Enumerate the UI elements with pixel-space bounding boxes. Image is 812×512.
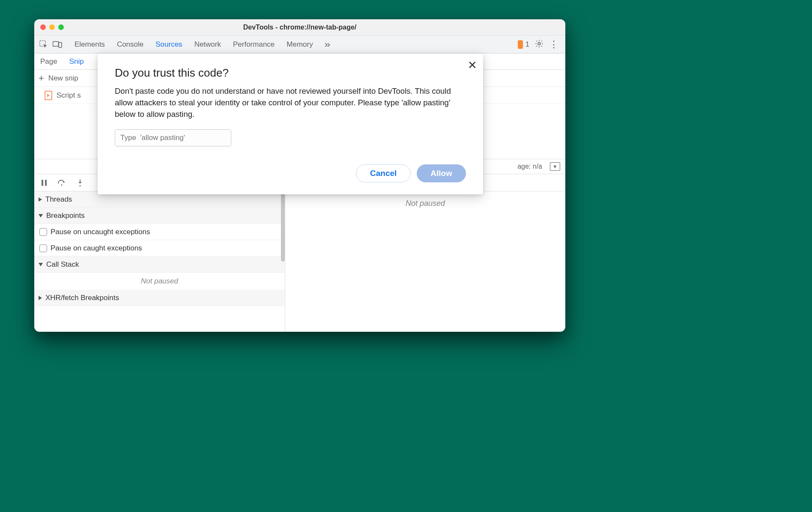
maximize-window-button[interactable] bbox=[58, 24, 64, 30]
allow-button[interactable]: Allow bbox=[417, 164, 466, 182]
close-icon[interactable]: ✕ bbox=[468, 59, 477, 72]
svg-point-8 bbox=[79, 185, 81, 186]
settings-icon[interactable] bbox=[534, 39, 544, 50]
scrollbar-thumb[interactable] bbox=[281, 193, 285, 262]
svg-rect-2 bbox=[59, 42, 62, 48]
dialog-buttons: Cancel Allow bbox=[115, 164, 466, 182]
allow-pasting-input[interactable] bbox=[115, 129, 231, 146]
dialog-body: Don't paste code you do not understand o… bbox=[115, 86, 466, 120]
main-toolbar: Elements Console Sources Network Perform… bbox=[34, 36, 565, 54]
traffic-lights bbox=[40, 24, 64, 30]
tab-elements[interactable]: Elements bbox=[75, 40, 105, 49]
not-paused-label: Not paused bbox=[406, 199, 445, 208]
devtools-window: DevTools - chrome://new-tab-page/ Elemen… bbox=[34, 19, 565, 332]
snippet-name: Script s bbox=[57, 91, 81, 100]
warnings-indicator[interactable]: 1 bbox=[518, 40, 529, 49]
snippet-file-icon bbox=[45, 91, 52, 100]
pause-uncaught-row[interactable]: Pause on uncaught exceptions bbox=[34, 224, 285, 240]
new-snippet-label: New snip bbox=[48, 74, 78, 83]
pause-uncaught-label: Pause on uncaught exceptions bbox=[51, 228, 150, 236]
close-window-button[interactable] bbox=[40, 24, 46, 30]
breakpoints-header[interactable]: Breakpoints bbox=[34, 208, 285, 224]
collapse-icon bbox=[39, 214, 43, 217]
call-stack-header[interactable]: Call Stack bbox=[34, 256, 285, 273]
pause-caught-row[interactable]: Pause on caught exceptions bbox=[34, 240, 285, 256]
subtab-snippets[interactable]: Snip bbox=[69, 57, 84, 66]
coverage-label: age: n/a bbox=[517, 163, 542, 170]
trust-code-dialog: ✕ Do you trust this code? Don't paste co… bbox=[98, 54, 483, 194]
svg-point-6 bbox=[61, 184, 63, 185]
device-toolbar-icon[interactable] bbox=[51, 39, 63, 51]
breakpoints-label: Breakpoints bbox=[46, 211, 85, 220]
collapse-icon bbox=[39, 263, 43, 266]
inspect-element-icon[interactable] bbox=[38, 39, 50, 51]
pause-caught-label: Pause on caught exceptions bbox=[51, 244, 142, 253]
main-tabs: Elements Console Sources Network Perform… bbox=[75, 39, 330, 49]
pause-icon[interactable] bbox=[39, 178, 49, 188]
step-over-icon[interactable] bbox=[57, 178, 67, 188]
plus-icon: + bbox=[39, 74, 44, 83]
expand-icon bbox=[39, 197, 42, 202]
tab-network[interactable]: Network bbox=[194, 40, 221, 49]
tab-console[interactable]: Console bbox=[117, 40, 143, 49]
call-stack-label: Call Stack bbox=[46, 260, 79, 269]
svg-rect-5 bbox=[45, 180, 47, 186]
cancel-button[interactable]: Cancel bbox=[356, 164, 411, 182]
window-title: DevTools - chrome://new-tab-page/ bbox=[34, 24, 565, 31]
tab-sources[interactable]: Sources bbox=[155, 40, 182, 49]
window-titlebar: DevTools - chrome://new-tab-page/ bbox=[34, 19, 565, 36]
minimize-window-button[interactable] bbox=[49, 24, 55, 30]
step-into-icon[interactable] bbox=[75, 178, 85, 188]
checkbox-uncaught[interactable] bbox=[39, 228, 47, 236]
subtab-page[interactable]: Page bbox=[40, 57, 57, 66]
warning-icon bbox=[518, 40, 523, 49]
svg-point-3 bbox=[538, 42, 540, 45]
toolbar-right: 1 ⋮ bbox=[518, 39, 558, 50]
svg-rect-4 bbox=[42, 180, 43, 186]
tab-memory[interactable]: Memory bbox=[287, 40, 313, 49]
expand-icon bbox=[39, 296, 42, 300]
debugger-right-pane: Not paused bbox=[285, 191, 565, 332]
xhr-breakpoints-header[interactable]: XHR/fetch Breakpoints bbox=[34, 290, 285, 306]
debugger-panels: Threads Breakpoints Pause on uncaught ex… bbox=[34, 191, 565, 332]
dialog-title: Do you trust this code? bbox=[115, 66, 466, 80]
svg-rect-1 bbox=[53, 42, 59, 46]
xhr-label: XHR/fetch Breakpoints bbox=[45, 294, 119, 302]
more-tabs-icon[interactable]: » bbox=[324, 39, 330, 49]
checkbox-caught[interactable] bbox=[39, 244, 47, 252]
threads-label: Threads bbox=[45, 195, 72, 204]
call-stack-empty: Not paused bbox=[34, 273, 285, 290]
coverage-dropdown-icon[interactable]: ▼ bbox=[550, 162, 560, 171]
debugger-left-pane: Threads Breakpoints Pause on uncaught ex… bbox=[34, 191, 285, 332]
warning-count: 1 bbox=[525, 41, 529, 48]
tab-performance[interactable]: Performance bbox=[233, 40, 275, 49]
